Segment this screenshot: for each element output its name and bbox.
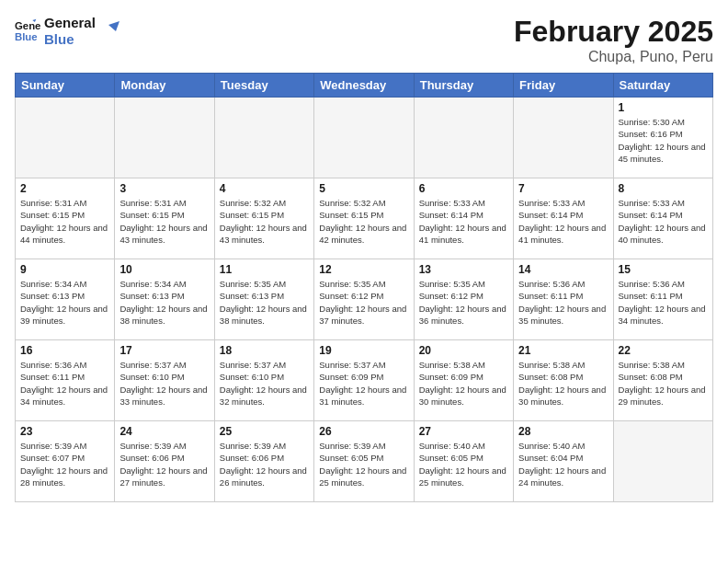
col-header-sunday: Sunday: [16, 74, 115, 98]
day-cell: 26Sunrise: 5:39 AM Sunset: 6:05 PM Dayli…: [314, 421, 414, 502]
day-number: 18: [220, 344, 309, 357]
logo: General Blue General Blue: [15, 15, 119, 48]
col-header-thursday: Thursday: [414, 74, 513, 98]
day-number: 10: [119, 263, 209, 276]
day-number: 16: [20, 344, 109, 357]
day-info: Sunrise: 5:39 AM Sunset: 6:06 PM Dayligh…: [220, 440, 309, 488]
week-row-5: 23Sunrise: 5:39 AM Sunset: 6:07 PM Dayli…: [16, 421, 713, 502]
day-cell: [214, 98, 313, 178]
day-cell: 2Sunrise: 5:31 AM Sunset: 6:15 PM Daylig…: [16, 178, 115, 259]
calendar-subtitle: Chupa, Puno, Peru: [514, 49, 713, 65]
day-number: 13: [419, 263, 508, 276]
day-info: Sunrise: 5:39 AM Sunset: 6:07 PM Dayligh…: [20, 440, 109, 488]
logo-general: General: [44, 15, 96, 31]
day-info: Sunrise: 5:36 AM Sunset: 6:11 PM Dayligh…: [20, 359, 109, 408]
svg-marker-3: [108, 21, 119, 31]
day-info: Sunrise: 5:38 AM Sunset: 6:09 PM Dayligh…: [419, 359, 508, 408]
day-cell: 4Sunrise: 5:32 AM Sunset: 6:15 PM Daylig…: [214, 178, 313, 259]
day-number: 24: [119, 425, 209, 438]
day-number: 12: [319, 263, 408, 276]
day-info: Sunrise: 5:34 AM Sunset: 6:13 PM Dayligh…: [20, 278, 109, 327]
day-number: 19: [319, 344, 408, 357]
day-info: Sunrise: 5:40 AM Sunset: 6:04 PM Dayligh…: [518, 440, 608, 488]
week-row-2: 2Sunrise: 5:31 AM Sunset: 6:15 PM Daylig…: [16, 178, 713, 259]
day-info: Sunrise: 5:36 AM Sunset: 6:11 PM Dayligh…: [518, 278, 608, 327]
day-number: 8: [619, 182, 708, 195]
calendar-table: SundayMondayTuesdayWednesdayThursdayFrid…: [15, 73, 713, 502]
day-cell: 11Sunrise: 5:35 AM Sunset: 6:13 PM Dayli…: [214, 259, 313, 340]
day-cell: [16, 98, 115, 178]
day-info: Sunrise: 5:37 AM Sunset: 6:09 PM Dayligh…: [319, 359, 408, 408]
day-number: 5: [319, 182, 408, 195]
day-number: 28: [518, 425, 608, 438]
day-cell: 10Sunrise: 5:34 AM Sunset: 6:13 PM Dayli…: [115, 259, 214, 340]
svg-text:Blue: Blue: [15, 31, 38, 42]
logo-icon: General Blue: [15, 18, 40, 44]
day-info: Sunrise: 5:39 AM Sunset: 6:05 PM Dayligh…: [319, 440, 408, 488]
col-header-tuesday: Tuesday: [214, 74, 313, 98]
day-cell: 7Sunrise: 5:33 AM Sunset: 6:14 PM Daylig…: [514, 178, 613, 259]
day-cell: [115, 98, 214, 178]
svg-text:General: General: [15, 20, 40, 31]
day-cell: 13Sunrise: 5:35 AM Sunset: 6:12 PM Dayli…: [414, 259, 513, 340]
day-info: Sunrise: 5:38 AM Sunset: 6:08 PM Dayligh…: [619, 359, 708, 408]
day-number: 21: [518, 344, 608, 357]
day-number: 23: [20, 425, 109, 438]
calendar-title: February 2025: [514, 15, 713, 49]
day-number: 22: [619, 344, 708, 357]
day-number: 3: [119, 182, 209, 195]
day-info: Sunrise: 5:39 AM Sunset: 6:06 PM Dayligh…: [119, 440, 209, 488]
day-cell: 14Sunrise: 5:36 AM Sunset: 6:11 PM Dayli…: [514, 259, 613, 340]
day-cell: 8Sunrise: 5:33 AM Sunset: 6:14 PM Daylig…: [613, 178, 712, 259]
day-number: 7: [518, 182, 608, 195]
day-number: 1: [619, 101, 708, 114]
week-row-1: 1Sunrise: 5:30 AM Sunset: 6:16 PM Daylig…: [16, 98, 713, 178]
day-cell: 18Sunrise: 5:37 AM Sunset: 6:10 PM Dayli…: [214, 340, 313, 421]
day-number: 11: [220, 263, 309, 276]
day-info: Sunrise: 5:31 AM Sunset: 6:15 PM Dayligh…: [20, 197, 109, 246]
day-info: Sunrise: 5:32 AM Sunset: 6:15 PM Dayligh…: [220, 197, 309, 246]
week-row-3: 9Sunrise: 5:34 AM Sunset: 6:13 PM Daylig…: [16, 259, 713, 340]
page-header: General Blue General Blue February 2025 …: [15, 15, 713, 65]
day-cell: 5Sunrise: 5:32 AM Sunset: 6:15 PM Daylig…: [314, 178, 414, 259]
day-info: Sunrise: 5:35 AM Sunset: 6:13 PM Dayligh…: [220, 278, 309, 327]
day-info: Sunrise: 5:40 AM Sunset: 6:05 PM Dayligh…: [419, 440, 508, 488]
week-row-4: 16Sunrise: 5:36 AM Sunset: 6:11 PM Dayli…: [16, 340, 713, 421]
day-number: 20: [419, 344, 508, 357]
day-cell: [613, 421, 712, 502]
col-header-monday: Monday: [115, 74, 214, 98]
day-info: Sunrise: 5:37 AM Sunset: 6:10 PM Dayligh…: [220, 359, 309, 408]
day-cell: 6Sunrise: 5:33 AM Sunset: 6:14 PM Daylig…: [414, 178, 513, 259]
day-info: Sunrise: 5:33 AM Sunset: 6:14 PM Dayligh…: [419, 197, 508, 246]
day-cell: [414, 98, 513, 178]
day-number: 2: [20, 182, 109, 195]
day-info: Sunrise: 5:36 AM Sunset: 6:11 PM Dayligh…: [619, 278, 708, 327]
day-cell: 12Sunrise: 5:35 AM Sunset: 6:12 PM Dayli…: [314, 259, 414, 340]
col-header-wednesday: Wednesday: [314, 74, 414, 98]
day-info: Sunrise: 5:35 AM Sunset: 6:12 PM Dayligh…: [419, 278, 508, 327]
logo-bird-icon: [99, 21, 119, 41]
title-block: February 2025 Chupa, Puno, Peru: [514, 15, 713, 65]
day-info: Sunrise: 5:33 AM Sunset: 6:14 PM Dayligh…: [619, 197, 708, 246]
day-cell: [314, 98, 414, 178]
day-info: Sunrise: 5:33 AM Sunset: 6:14 PM Dayligh…: [518, 197, 608, 246]
day-number: 15: [619, 263, 708, 276]
day-cell: 15Sunrise: 5:36 AM Sunset: 6:11 PM Dayli…: [613, 259, 712, 340]
day-info: Sunrise: 5:37 AM Sunset: 6:10 PM Dayligh…: [119, 359, 209, 408]
col-header-friday: Friday: [514, 74, 613, 98]
day-info: Sunrise: 5:35 AM Sunset: 6:12 PM Dayligh…: [319, 278, 408, 327]
day-cell: 20Sunrise: 5:38 AM Sunset: 6:09 PM Dayli…: [414, 340, 513, 421]
day-cell: 25Sunrise: 5:39 AM Sunset: 6:06 PM Dayli…: [214, 421, 313, 502]
day-number: 14: [518, 263, 608, 276]
day-cell: 22Sunrise: 5:38 AM Sunset: 6:08 PM Dayli…: [613, 340, 712, 421]
day-cell: 16Sunrise: 5:36 AM Sunset: 6:11 PM Dayli…: [16, 340, 115, 421]
day-info: Sunrise: 5:32 AM Sunset: 6:15 PM Dayligh…: [319, 197, 408, 246]
day-cell: 3Sunrise: 5:31 AM Sunset: 6:15 PM Daylig…: [115, 178, 214, 259]
day-info: Sunrise: 5:38 AM Sunset: 6:08 PM Dayligh…: [518, 359, 608, 408]
day-info: Sunrise: 5:30 AM Sunset: 6:16 PM Dayligh…: [619, 116, 708, 165]
day-number: 4: [220, 182, 309, 195]
day-info: Sunrise: 5:31 AM Sunset: 6:15 PM Dayligh…: [119, 197, 209, 246]
day-cell: 19Sunrise: 5:37 AM Sunset: 6:09 PM Dayli…: [314, 340, 414, 421]
day-cell: 23Sunrise: 5:39 AM Sunset: 6:07 PM Dayli…: [16, 421, 115, 502]
col-header-saturday: Saturday: [613, 74, 712, 98]
